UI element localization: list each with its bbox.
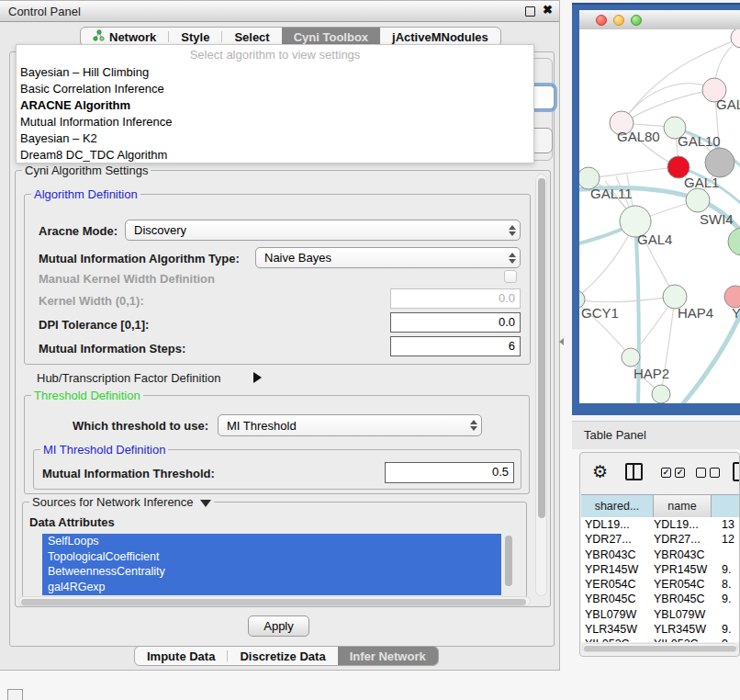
data-attribute-item[interactable]: gal4RGexp (42, 580, 501, 595)
combo-stepper-icon (466, 420, 481, 431)
algorithm-option[interactable]: Mutual Information Inference (20, 114, 530, 130)
table-cell: YLR345W (585, 623, 637, 636)
table-panel-bar: Table Panel (572, 421, 740, 449)
algorithm-option[interactable]: ARACNE Algorithm (20, 97, 530, 114)
table-row[interactable]: YPR145WYPR145W9. (581, 562, 740, 577)
table-horizontal-scrollbar-thumb[interactable] (584, 646, 736, 651)
minimize-traffic-light-icon[interactable] (613, 15, 624, 26)
data-attribute-item[interactable]: BetweennessCentrality (42, 564, 501, 580)
algorithm-option[interactable]: Bayesian – K2 (20, 130, 530, 147)
table-cell: YPR145W (585, 563, 638, 576)
control-panel-title: Control Panel (8, 5, 81, 18)
attribute-list-scrollbar[interactable] (505, 536, 512, 586)
mi-algorithm-type-value: Naive Bayes (256, 251, 505, 265)
tab-cyni-toolbox[interactable]: Cyni Toolbox (282, 28, 380, 46)
network-node-label: GAL1 (684, 175, 719, 190)
table-row[interactable]: YLR345WYLR345W9. (581, 622, 740, 637)
which-threshold-combobox[interactable]: MI Threshold (218, 414, 482, 436)
close-traffic-light-icon[interactable] (596, 15, 607, 26)
table-row[interactable]: YER054CYER054C8. (581, 577, 740, 592)
float-window-icon[interactable] (525, 6, 535, 17)
column-header-shared-name[interactable]: shared... (581, 495, 654, 517)
settings-horizontal-scrollbar-thumb[interactable] (21, 599, 526, 605)
network-edge (622, 84, 714, 123)
unchecked-checkbox-icon[interactable] (696, 468, 706, 478)
tab-jactivemnodules[interactable]: jActiveMNodules (380, 28, 500, 46)
column-header-partial[interactable] (712, 495, 740, 517)
document-icon[interactable] (733, 462, 740, 481)
table-cell: YER054C (654, 578, 705, 591)
settings-horizontal-scrollbar[interactable] (18, 596, 531, 606)
network-canvas[interactable]: GALGAL80GAL10GAL1GAL11SWI4GAL4GCY1HAP4YH… (579, 29, 740, 403)
network-node[interactable] (728, 228, 740, 255)
tab-impute-data[interactable]: Impute Data (135, 647, 227, 665)
data-attribute-item[interactable]: SelfLoops (42, 534, 501, 549)
close-icon[interactable]: ✖ (543, 3, 553, 17)
zoom-traffic-light-icon[interactable] (631, 15, 642, 26)
algorithm-option[interactable]: Dream8 DC_TDC Algorithm (20, 147, 530, 164)
table-cell: 9. (722, 563, 731, 576)
mi-threshold-definition-title: MI Threshold Definition (40, 443, 168, 457)
tab-select[interactable]: Select (222, 28, 281, 46)
column-header-name[interactable]: name (654, 495, 712, 517)
checked-checkbox-icon[interactable]: ✓ (661, 468, 671, 478)
aracne-mode-combobox[interactable]: Discovery (125, 220, 521, 241)
table-cell: YIL052C (654, 638, 699, 642)
algorithm-option[interactable]: Basic Correlation Inference (20, 81, 530, 97)
table-row[interactable]: YDL19...YDL19...13 (581, 517, 740, 532)
network-window-titlebar[interactable] (579, 10, 740, 30)
table-row[interactable]: YDR27...YDR27...12 (581, 532, 740, 547)
tab-discretize-data[interactable]: Discretize Data (228, 647, 337, 665)
mi-steps-label: Mutual Information Steps: (39, 342, 185, 356)
screen: Control Panel ✖ Network Style (0, 0, 740, 700)
data-attribute-item[interactable]: TopologicalCoefficient (42, 549, 501, 565)
network-node[interactable] (705, 148, 734, 177)
network-node-label: HAP4 (678, 305, 713, 321)
table-row[interactable]: YBR043CYBR043C (581, 548, 740, 562)
mi-steps-field[interactable]: 6 (390, 336, 521, 356)
collapse-arrow-icon[interactable] (200, 500, 211, 507)
mi-threshold-field[interactable]: 0.5 (385, 462, 514, 483)
table-cell: YBR045C (654, 593, 705, 605)
settings-vertical-scrollbar-thumb[interactable] (538, 178, 545, 518)
table-cell: YBR043C (585, 548, 636, 561)
dpi-tolerance-field[interactable]: 0.0 (390, 312, 521, 333)
table-cell: YIL052C (585, 638, 630, 642)
data-attributes-list: SelfLoopsTopologicalCoefficientBetweenne… (42, 534, 501, 595)
network-node[interactable] (686, 188, 710, 212)
algorithm-option[interactable]: Bayesian – Hill Climbing (20, 64, 530, 81)
network-node-label: GAL4 (637, 231, 672, 247)
table-cell: 9. (722, 593, 731, 605)
unchecked-checkbox-icon[interactable] (710, 468, 720, 478)
settings-vertical-scrollbar[interactable] (535, 174, 547, 596)
expand-arrow-icon[interactable] (253, 372, 262, 383)
splitpane-collapse-handle[interactable] (559, 338, 564, 345)
tab-style[interactable]: Style (169, 28, 221, 46)
gear-icon[interactable]: ⚙ (592, 461, 608, 482)
table-row[interactable]: YBL079WYBL079W (581, 607, 740, 622)
mi-algorithm-type-combobox[interactable]: Naive Bayes (255, 247, 521, 268)
control-panel-titlebar: Control Panel ✖ (0, 1, 559, 22)
network-node[interactable] (652, 385, 670, 403)
network-node-label: SWI4 (700, 211, 734, 227)
hub-tf-definition-label[interactable]: Hub/Transcription Factor Definition (37, 371, 220, 385)
tab-network[interactable]: Network (81, 28, 168, 46)
table-horizontal-scrollbar[interactable] (582, 643, 738, 652)
network-view-window[interactable]: GALGAL80GAL10GAL1GAL11SWI4GAL4GCY1HAP4YH… (572, 3, 740, 415)
table-cell: YDL19... (654, 518, 699, 531)
tab-infer-network[interactable]: Infer Network (338, 647, 438, 665)
checked-checkbox-icon[interactable]: ✓ (675, 468, 685, 478)
manual-kernel-width-checkbox[interactable] (504, 270, 517, 283)
table-cell: YPR145W (654, 563, 707, 576)
window-corner-icon[interactable] (7, 689, 23, 700)
table-cell: YBL079W (585, 608, 636, 621)
cyni-algorithm-settings-title: Cyni Algorithm Settings (22, 164, 151, 177)
algorithm-popup-list: Bayesian – Hill ClimbingBasic Correlatio… (20, 64, 530, 164)
table-row[interactable]: YBR045CYBR045C9. (581, 592, 740, 606)
table-row[interactable]: YIL052CYIL052C9 (581, 637, 740, 642)
network-node[interactable] (622, 348, 640, 367)
threshold-definition-title: Threshold Definition (31, 389, 143, 402)
kernel-width-field[interactable]: 0.0 (390, 288, 521, 309)
columns-icon[interactable] (625, 463, 643, 480)
apply-button[interactable]: Apply (248, 615, 309, 637)
